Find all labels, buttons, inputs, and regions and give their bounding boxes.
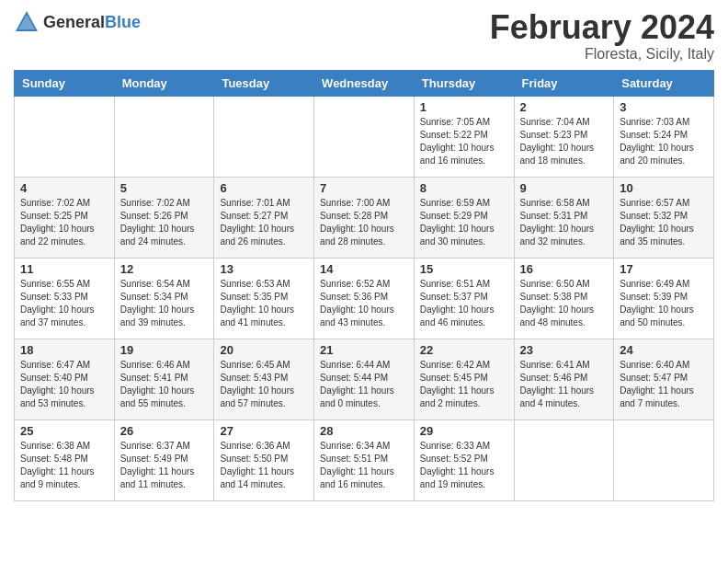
weekday-header-monday: Monday <box>114 70 214 96</box>
page-header: GeneralBlue February 2024 Floresta, Sici… <box>14 9 714 63</box>
calendar-cell: 5Sunrise: 7:02 AM Sunset: 5:26 PM Daylig… <box>114 177 214 258</box>
day-info: Sunrise: 6:36 AM Sunset: 5:50 PM Dayligh… <box>220 440 308 491</box>
calendar-cell: 11Sunrise: 6:55 AM Sunset: 5:33 PM Dayli… <box>15 258 115 339</box>
title-block: February 2024 Floresta, Sicily, Italy <box>490 9 714 63</box>
calendar-cell: 18Sunrise: 6:47 AM Sunset: 5:40 PM Dayli… <box>15 339 115 419</box>
calendar-cell: 2Sunrise: 7:04 AM Sunset: 5:23 PM Daylig… <box>514 96 614 177</box>
calendar-cell: 26Sunrise: 6:37 AM Sunset: 5:49 PM Dayli… <box>114 419 214 500</box>
calendar-cell: 17Sunrise: 6:49 AM Sunset: 5:39 PM Dayli… <box>614 258 714 339</box>
day-info: Sunrise: 6:58 AM Sunset: 5:31 PM Dayligh… <box>520 197 609 248</box>
calendar-cell: 22Sunrise: 6:42 AM Sunset: 5:45 PM Dayli… <box>414 339 514 419</box>
day-number: 15 <box>420 262 508 276</box>
day-info: Sunrise: 6:55 AM Sunset: 5:33 PM Dayligh… <box>20 278 108 329</box>
day-info: Sunrise: 6:50 AM Sunset: 5:38 PM Dayligh… <box>520 278 609 329</box>
day-number: 8 <box>420 181 508 195</box>
day-info: Sunrise: 6:57 AM Sunset: 5:32 PM Dayligh… <box>620 197 708 248</box>
day-info: Sunrise: 6:37 AM Sunset: 5:49 PM Dayligh… <box>120 440 209 491</box>
calendar-cell <box>15 96 115 177</box>
calendar-cell: 27Sunrise: 6:36 AM Sunset: 5:50 PM Dayli… <box>214 419 314 500</box>
day-number: 7 <box>320 181 408 195</box>
calendar-cell <box>114 96 214 177</box>
day-number: 13 <box>220 262 308 276</box>
weekday-header-row: SundayMondayTuesdayWednesdayThursdayFrid… <box>15 70 714 96</box>
day-number: 12 <box>120 262 209 276</box>
day-info: Sunrise: 6:52 AM Sunset: 5:36 PM Dayligh… <box>320 278 408 329</box>
day-info: Sunrise: 7:05 AM Sunset: 5:22 PM Dayligh… <box>420 116 508 167</box>
day-number: 5 <box>120 181 209 195</box>
day-number: 26 <box>120 424 209 438</box>
calendar-cell: 7Sunrise: 7:00 AM Sunset: 5:28 PM Daylig… <box>314 177 415 258</box>
calendar-table: SundayMondayTuesdayWednesdayThursdayFrid… <box>14 70 714 501</box>
calendar-cell <box>514 419 614 500</box>
calendar-cell: 16Sunrise: 6:50 AM Sunset: 5:38 PM Dayli… <box>514 258 614 339</box>
week-row-2: 4Sunrise: 7:02 AM Sunset: 5:25 PM Daylig… <box>15 177 714 258</box>
day-number: 1 <box>420 100 508 114</box>
calendar-cell <box>314 96 415 177</box>
calendar-cell: 10Sunrise: 6:57 AM Sunset: 5:32 PM Dayli… <box>614 177 714 258</box>
day-info: Sunrise: 6:42 AM Sunset: 5:45 PM Dayligh… <box>420 359 508 410</box>
calendar-cell: 20Sunrise: 6:45 AM Sunset: 5:43 PM Dayli… <box>214 339 314 419</box>
day-info: Sunrise: 7:00 AM Sunset: 5:28 PM Dayligh… <box>320 197 408 248</box>
day-info: Sunrise: 6:54 AM Sunset: 5:34 PM Dayligh… <box>120 278 209 329</box>
day-number: 3 <box>620 100 708 114</box>
day-info: Sunrise: 7:02 AM Sunset: 5:25 PM Dayligh… <box>20 197 108 248</box>
week-row-1: 1Sunrise: 7:05 AM Sunset: 5:22 PM Daylig… <box>15 96 714 177</box>
calendar-cell: 1Sunrise: 7:05 AM Sunset: 5:22 PM Daylig… <box>414 96 514 177</box>
weekday-header-wednesday: Wednesday <box>314 70 415 96</box>
calendar-cell: 25Sunrise: 6:38 AM Sunset: 5:48 PM Dayli… <box>15 419 115 500</box>
day-info: Sunrise: 6:33 AM Sunset: 5:52 PM Dayligh… <box>420 440 508 491</box>
calendar-cell: 19Sunrise: 6:46 AM Sunset: 5:41 PM Dayli… <box>114 339 214 419</box>
calendar-cell: 14Sunrise: 6:52 AM Sunset: 5:36 PM Dayli… <box>314 258 415 339</box>
calendar-cell: 24Sunrise: 6:40 AM Sunset: 5:47 PM Dayli… <box>614 339 714 419</box>
day-info: Sunrise: 6:59 AM Sunset: 5:29 PM Dayligh… <box>420 197 508 248</box>
calendar-cell: 4Sunrise: 7:02 AM Sunset: 5:25 PM Daylig… <box>15 177 115 258</box>
calendar-cell <box>614 419 714 500</box>
day-number: 2 <box>520 100 609 114</box>
day-info: Sunrise: 6:46 AM Sunset: 5:41 PM Dayligh… <box>120 359 209 410</box>
day-number: 11 <box>20 262 108 276</box>
day-info: Sunrise: 6:53 AM Sunset: 5:35 PM Dayligh… <box>220 278 308 329</box>
logo-general: General <box>43 13 105 31</box>
calendar-cell: 6Sunrise: 7:01 AM Sunset: 5:27 PM Daylig… <box>214 177 314 258</box>
day-number: 22 <box>420 343 508 357</box>
logo: GeneralBlue <box>14 9 141 35</box>
logo-blue: Blue <box>105 13 141 31</box>
calendar-cell: 23Sunrise: 6:41 AM Sunset: 5:46 PM Dayli… <box>514 339 614 419</box>
calendar-cell: 9Sunrise: 6:58 AM Sunset: 5:31 PM Daylig… <box>514 177 614 258</box>
day-info: Sunrise: 7:01 AM Sunset: 5:27 PM Dayligh… <box>220 197 308 248</box>
logo-icon <box>14 9 40 35</box>
week-row-4: 18Sunrise: 6:47 AM Sunset: 5:40 PM Dayli… <box>15 339 714 419</box>
day-info: Sunrise: 6:34 AM Sunset: 5:51 PM Dayligh… <box>320 440 408 491</box>
day-info: Sunrise: 6:41 AM Sunset: 5:46 PM Dayligh… <box>520 359 609 410</box>
day-number: 29 <box>420 424 508 438</box>
weekday-header-sunday: Sunday <box>15 70 115 96</box>
day-info: Sunrise: 7:02 AM Sunset: 5:26 PM Dayligh… <box>120 197 209 248</box>
calendar-cell: 29Sunrise: 6:33 AM Sunset: 5:52 PM Dayli… <box>414 419 514 500</box>
weekday-header-friday: Friday <box>514 70 614 96</box>
day-info: Sunrise: 6:49 AM Sunset: 5:39 PM Dayligh… <box>620 278 708 329</box>
day-info: Sunrise: 6:40 AM Sunset: 5:47 PM Dayligh… <box>620 359 708 410</box>
day-number: 23 <box>520 343 609 357</box>
day-info: Sunrise: 6:38 AM Sunset: 5:48 PM Dayligh… <box>20 440 108 491</box>
day-number: 19 <box>120 343 209 357</box>
calendar-cell: 28Sunrise: 6:34 AM Sunset: 5:51 PM Dayli… <box>314 419 415 500</box>
day-number: 4 <box>20 181 108 195</box>
month-year-title: February 2024 <box>490 9 714 46</box>
day-info: Sunrise: 6:45 AM Sunset: 5:43 PM Dayligh… <box>220 359 308 410</box>
day-number: 24 <box>620 343 708 357</box>
day-info: Sunrise: 6:44 AM Sunset: 5:44 PM Dayligh… <box>320 359 408 410</box>
location-subtitle: Floresta, Sicily, Italy <box>490 46 714 63</box>
day-number: 14 <box>320 262 408 276</box>
day-number: 25 <box>20 424 108 438</box>
day-number: 21 <box>320 343 408 357</box>
calendar-cell: 21Sunrise: 6:44 AM Sunset: 5:44 PM Dayli… <box>314 339 415 419</box>
calendar-cell: 3Sunrise: 7:03 AM Sunset: 5:24 PM Daylig… <box>614 96 714 177</box>
day-number: 9 <box>520 181 609 195</box>
day-number: 28 <box>320 424 408 438</box>
calendar-cell: 13Sunrise: 6:53 AM Sunset: 5:35 PM Dayli… <box>214 258 314 339</box>
day-number: 16 <box>520 262 609 276</box>
day-info: Sunrise: 7:04 AM Sunset: 5:23 PM Dayligh… <box>520 116 609 167</box>
calendar-cell: 8Sunrise: 6:59 AM Sunset: 5:29 PM Daylig… <box>414 177 514 258</box>
day-info: Sunrise: 6:47 AM Sunset: 5:40 PM Dayligh… <box>20 359 108 410</box>
day-number: 20 <box>220 343 308 357</box>
